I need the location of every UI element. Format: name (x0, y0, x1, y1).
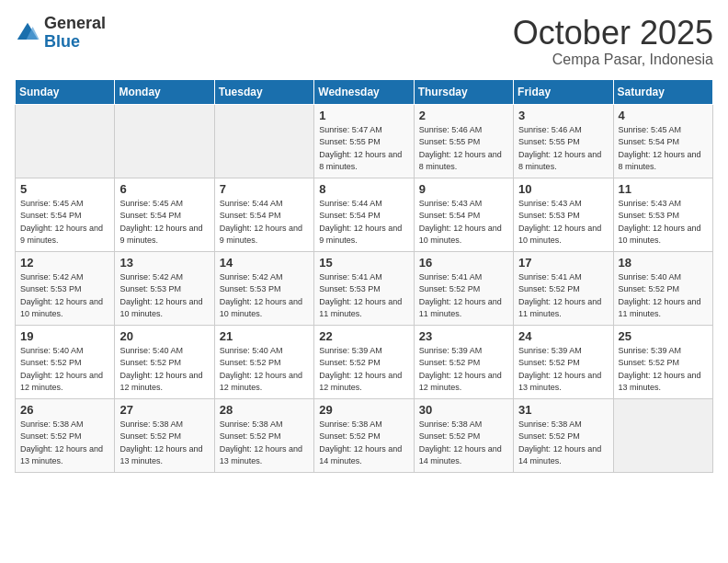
calendar-cell: 3 Sunrise: 5:46 AMSunset: 5:55 PMDayligh… (514, 104, 613, 178)
calendar-cell: 8 Sunrise: 5:44 AMSunset: 5:54 PMDayligh… (314, 178, 414, 251)
calendar-cell: 22 Sunrise: 5:39 AMSunset: 5:52 PMDaylig… (314, 325, 414, 398)
title-block: October 2025 Cempa Pasar, Indonesia (513, 15, 713, 68)
calendar-cell: 29 Sunrise: 5:38 AMSunset: 5:52 PMDaylig… (314, 398, 414, 472)
day-info: Sunrise: 5:38 AMSunset: 5:52 PMDaylight:… (419, 419, 508, 468)
calendar-cell: 5 Sunrise: 5:45 AMSunset: 5:54 PMDayligh… (16, 178, 115, 251)
calendar-cell: 21 Sunrise: 5:40 AMSunset: 5:52 PMDaylig… (214, 325, 313, 398)
calendar-cell (613, 398, 712, 472)
day-number: 25 (619, 329, 708, 343)
calendar-cell: 30 Sunrise: 5:38 AMSunset: 5:52 PMDaylig… (414, 398, 513, 472)
calendar-subtitle: Cempa Pasar, Indonesia (513, 52, 713, 68)
day-number: 21 (220, 329, 309, 343)
day-info: Sunrise: 5:43 AMSunset: 5:53 PMDaylight:… (518, 198, 608, 247)
calendar-week-row: 5 Sunrise: 5:45 AMSunset: 5:54 PMDayligh… (16, 178, 713, 251)
weekday-header: Thursday (414, 79, 513, 104)
day-info: Sunrise: 5:47 AMSunset: 5:55 PMDaylight:… (319, 124, 408, 174)
calendar-cell: 27 Sunrise: 5:38 AMSunset: 5:52 PMDaylig… (115, 398, 214, 472)
calendar-cell: 16 Sunrise: 5:41 AMSunset: 5:52 PMDaylig… (414, 251, 513, 325)
calendar-cell: 23 Sunrise: 5:39 AMSunset: 5:52 PMDaylig… (414, 325, 513, 398)
day-info: Sunrise: 5:38 AMSunset: 5:52 PMDaylight:… (220, 419, 309, 468)
day-number: 20 (119, 329, 209, 343)
day-number: 11 (619, 182, 708, 196)
weekday-header: Saturday (613, 79, 712, 104)
day-number: 16 (419, 256, 508, 270)
calendar-cell: 28 Sunrise: 5:38 AMSunset: 5:52 PMDaylig… (214, 398, 313, 472)
day-info: Sunrise: 5:45 AMSunset: 5:54 PMDaylight:… (119, 198, 209, 247)
day-number: 3 (518, 109, 608, 122)
day-number: 17 (518, 256, 608, 270)
day-number: 30 (419, 403, 508, 417)
logo-icon (15, 20, 40, 46)
day-info: Sunrise: 5:39 AMSunset: 5:52 PMDaylight:… (518, 345, 608, 395)
logo-blue-text: Blue (44, 32, 80, 51)
weekday-header: Tuesday (214, 79, 313, 104)
calendar-cell: 25 Sunrise: 5:39 AMSunset: 5:52 PMDaylig… (613, 325, 712, 398)
day-info: Sunrise: 5:46 AMSunset: 5:55 PMDaylight:… (518, 124, 608, 174)
calendar-cell: 12 Sunrise: 5:42 AMSunset: 5:53 PMDaylig… (16, 251, 115, 325)
calendar-cell (214, 104, 313, 178)
calendar-cell: 18 Sunrise: 5:40 AMSunset: 5:52 PMDaylig… (613, 251, 712, 325)
calendar-week-row: 1 Sunrise: 5:47 AMSunset: 5:55 PMDayligh… (16, 104, 713, 178)
day-number: 26 (20, 403, 109, 417)
calendar-cell: 6 Sunrise: 5:45 AMSunset: 5:54 PMDayligh… (115, 178, 214, 251)
day-info: Sunrise: 5:39 AMSunset: 5:52 PMDaylight:… (319, 345, 408, 395)
day-number: 7 (220, 182, 309, 196)
day-info: Sunrise: 5:44 AMSunset: 5:54 PMDaylight:… (220, 198, 309, 247)
day-info: Sunrise: 5:40 AMSunset: 5:52 PMDaylight:… (619, 271, 708, 321)
calendar-cell (16, 104, 115, 178)
calendar-cell: 14 Sunrise: 5:42 AMSunset: 5:53 PMDaylig… (214, 251, 313, 325)
weekday-header: Monday (115, 79, 214, 104)
weekday-header: Wednesday (314, 79, 414, 104)
calendar-week-row: 26 Sunrise: 5:38 AMSunset: 5:52 PMDaylig… (16, 398, 713, 472)
logo-general-text: General (44, 14, 106, 32)
calendar-week-row: 12 Sunrise: 5:42 AMSunset: 5:53 PMDaylig… (16, 251, 713, 325)
calendar-cell: 19 Sunrise: 5:40 AMSunset: 5:52 PMDaylig… (16, 325, 115, 398)
day-info: Sunrise: 5:39 AMSunset: 5:52 PMDaylight:… (619, 345, 708, 395)
day-info: Sunrise: 5:43 AMSunset: 5:54 PMDaylight:… (419, 198, 508, 247)
day-info: Sunrise: 5:40 AMSunset: 5:52 PMDaylight:… (220, 345, 309, 395)
calendar-cell: 15 Sunrise: 5:41 AMSunset: 5:53 PMDaylig… (314, 251, 414, 325)
calendar-cell: 31 Sunrise: 5:38 AMSunset: 5:52 PMDaylig… (514, 398, 613, 472)
day-number: 18 (619, 256, 708, 270)
day-info: Sunrise: 5:38 AMSunset: 5:52 PMDaylight:… (20, 419, 109, 468)
day-number: 31 (518, 403, 608, 417)
day-number: 13 (119, 256, 209, 270)
day-info: Sunrise: 5:41 AMSunset: 5:52 PMDaylight:… (518, 271, 608, 321)
calendar-cell: 7 Sunrise: 5:44 AMSunset: 5:54 PMDayligh… (214, 178, 313, 251)
page-header: General Blue October 2025 Cempa Pasar, I… (15, 15, 713, 68)
weekday-header: Friday (514, 79, 613, 104)
day-info: Sunrise: 5:41 AMSunset: 5:52 PMDaylight:… (419, 271, 508, 321)
day-number: 24 (518, 329, 608, 343)
calendar-cell: 1 Sunrise: 5:47 AMSunset: 5:55 PMDayligh… (314, 104, 414, 178)
day-number: 1 (319, 109, 408, 122)
day-number: 15 (319, 256, 408, 270)
day-number: 6 (119, 182, 209, 196)
calendar-cell: 24 Sunrise: 5:39 AMSunset: 5:52 PMDaylig… (514, 325, 613, 398)
calendar-cell: 11 Sunrise: 5:43 AMSunset: 5:53 PMDaylig… (613, 178, 712, 251)
day-info: Sunrise: 5:42 AMSunset: 5:53 PMDaylight:… (220, 271, 309, 321)
day-number: 19 (20, 329, 109, 343)
day-number: 28 (220, 403, 309, 417)
day-info: Sunrise: 5:41 AMSunset: 5:53 PMDaylight:… (319, 271, 408, 321)
calendar-cell: 13 Sunrise: 5:42 AMSunset: 5:53 PMDaylig… (115, 251, 214, 325)
day-number: 8 (319, 182, 408, 196)
calendar-title: October 2025 (513, 15, 713, 52)
day-number: 2 (419, 109, 508, 122)
weekday-header: Sunday (16, 79, 115, 104)
calendar-week-row: 19 Sunrise: 5:40 AMSunset: 5:52 PMDaylig… (16, 325, 713, 398)
day-info: Sunrise: 5:39 AMSunset: 5:52 PMDaylight:… (419, 345, 508, 395)
day-info: Sunrise: 5:38 AMSunset: 5:52 PMDaylight:… (518, 419, 608, 468)
day-number: 5 (20, 182, 109, 196)
calendar-cell: 20 Sunrise: 5:40 AMSunset: 5:52 PMDaylig… (115, 325, 214, 398)
weekday-header-row: SundayMondayTuesdayWednesdayThursdayFrid… (16, 79, 713, 104)
day-info: Sunrise: 5:40 AMSunset: 5:52 PMDaylight:… (119, 345, 209, 395)
day-number: 9 (419, 182, 508, 196)
calendar-cell: 4 Sunrise: 5:45 AMSunset: 5:54 PMDayligh… (613, 104, 712, 178)
day-number: 10 (518, 182, 608, 196)
day-number: 22 (319, 329, 408, 343)
calendar-cell: 17 Sunrise: 5:41 AMSunset: 5:52 PMDaylig… (514, 251, 613, 325)
calendar-cell: 9 Sunrise: 5:43 AMSunset: 5:54 PMDayligh… (414, 178, 513, 251)
calendar-cell: 2 Sunrise: 5:46 AMSunset: 5:55 PMDayligh… (414, 104, 513, 178)
calendar-cell: 10 Sunrise: 5:43 AMSunset: 5:53 PMDaylig… (514, 178, 613, 251)
day-number: 23 (419, 329, 508, 343)
